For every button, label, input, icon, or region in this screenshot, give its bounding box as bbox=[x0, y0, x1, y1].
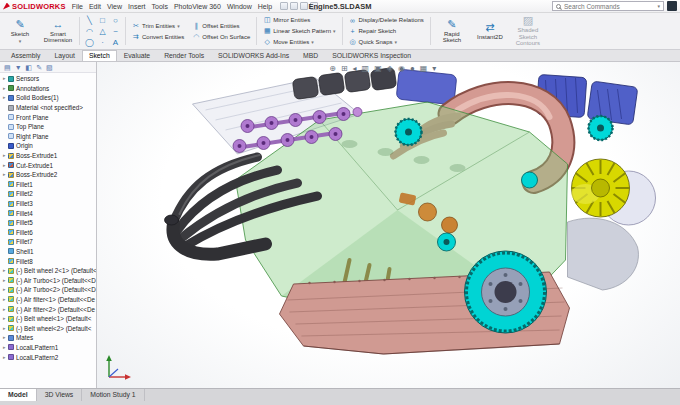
menu-item[interactable]: Help bbox=[255, 2, 275, 11]
sketch-button[interactable]: ✎ Sketch ▾ bbox=[2, 14, 38, 48]
tree-item[interactable]: Fillet4 bbox=[0, 208, 96, 218]
menu-item[interactable]: Window bbox=[224, 2, 255, 11]
cam-pulley-left[interactable] bbox=[396, 119, 422, 145]
rebuild-icon[interactable] bbox=[300, 2, 308, 10]
tree-item[interactable]: ▸ (-) Air filter<1> (Default<<De bbox=[0, 295, 96, 305]
water-pump-pulley[interactable] bbox=[522, 172, 538, 188]
menu-item[interactable]: View bbox=[104, 2, 125, 11]
tree-item[interactable]: Right Plane bbox=[0, 132, 96, 142]
rapid-sketch-button[interactable]: ✎ Rapid Sketch bbox=[434, 14, 470, 48]
hide-show-icon[interactable]: ◉ bbox=[398, 64, 405, 73]
move-entities-button[interactable]: ◇ Move Entities ▾ bbox=[260, 37, 338, 47]
ribbon-tab[interactable]: Sketch bbox=[82, 50, 117, 61]
tree-item[interactable]: ▸ Annotations bbox=[0, 84, 96, 94]
edit-appearance-icon[interactable]: ● bbox=[410, 64, 415, 73]
offset-entities-button[interactable]: ∥ Offset Entities bbox=[189, 21, 253, 31]
ribbon-tab[interactable]: Evaluate bbox=[117, 50, 157, 61]
open-icon[interactable] bbox=[280, 2, 288, 10]
smart-dimension-button[interactable]: ↔ Smart Dimension bbox=[40, 14, 76, 48]
supercharger-gear[interactable] bbox=[572, 159, 656, 225]
search-input[interactable] bbox=[564, 3, 654, 10]
arc-icon[interactable]: ◠ bbox=[83, 26, 96, 37]
configurations-tab-icon[interactable]: ◧ bbox=[26, 63, 33, 72]
view-settings-icon[interactable]: ▾ bbox=[432, 64, 436, 73]
dimxpert-tab-icon[interactable]: ✎ bbox=[36, 63, 42, 72]
apply-scene-icon[interactable]: ▦ bbox=[420, 64, 428, 73]
turbo-housing[interactable] bbox=[568, 218, 639, 290]
tree-item[interactable]: Fillet7 bbox=[0, 237, 96, 247]
tree-item[interactable]: ▸ (-) Air Turbo<1> (Default<<D bbox=[0, 275, 96, 285]
tree-item[interactable]: ▸ Solid Bodies(1) bbox=[0, 93, 96, 103]
tree-item[interactable]: ▸ (-) Belt wheel<2> (Default< bbox=[0, 323, 96, 333]
ribbon-tab[interactable]: Render Tools bbox=[157, 50, 211, 61]
line-icon[interactable]: ╲ bbox=[83, 15, 96, 26]
crank-pulley[interactable] bbox=[465, 251, 547, 333]
tree-item[interactable]: ▸ Cut-Extrude1 bbox=[0, 160, 96, 170]
repair-sketch-button[interactable]: + Repair Sketch bbox=[346, 26, 427, 36]
tree-item[interactable]: Top Plane bbox=[0, 122, 96, 132]
quick-snaps-button[interactable]: ◎ Quick Snaps ▾ bbox=[346, 37, 427, 47]
tree-item[interactable]: ▸ (-) Belt wheel 2<1> (Default< bbox=[0, 266, 96, 276]
propertymanager-tab-icon[interactable]: ▼ bbox=[15, 63, 22, 72]
document-tab[interactable]: Motion Study 1 bbox=[82, 389, 144, 401]
tree-item[interactable]: ▸ (-) Air Turbo<2> (Default<<D bbox=[0, 285, 96, 295]
ribbon-tab[interactable]: SOLIDWORKS Inspection bbox=[325, 50, 418, 61]
display-pane-icon[interactable]: ▧ bbox=[46, 63, 53, 72]
trim-entities-button[interactable]: ✂ Trim Entities ▾ bbox=[129, 21, 187, 31]
document-tab[interactable]: Model bbox=[0, 389, 37, 401]
rectangle-icon[interactable]: □ bbox=[96, 15, 109, 26]
instant2d-button[interactable]: ⇄ Instant2D bbox=[472, 14, 508, 48]
graphics-viewport[interactable]: ⊕⊞◂▥▣◈◉●▦▾ bbox=[97, 62, 680, 388]
menu-item[interactable]: File bbox=[69, 2, 86, 11]
section-view-icon[interactable]: ▥ bbox=[362, 64, 370, 73]
tree-item[interactable]: Fillet1 bbox=[0, 180, 96, 190]
convert-entities-button[interactable]: ⇉ Convert Entities bbox=[129, 32, 187, 42]
tree-item[interactable]: ▸ Boss-Extrude2 bbox=[0, 170, 96, 180]
ribbon-tab[interactable]: MBD bbox=[296, 50, 325, 61]
display-delete-relations-button[interactable]: ∞ Display/Delete Relations bbox=[346, 15, 427, 25]
text-icon[interactable]: A bbox=[109, 37, 122, 48]
tree-item[interactable]: Shell1 bbox=[0, 247, 96, 257]
tree-item[interactable]: ▸ Boss-Extrude1 bbox=[0, 151, 96, 161]
cam-pulley-right[interactable] bbox=[589, 116, 613, 140]
tree-item[interactable]: ▸ LocalLPattern2 bbox=[0, 352, 96, 362]
ribbon-tab[interactable]: Assembly bbox=[4, 50, 47, 61]
tree-item[interactable]: Fillet2 bbox=[0, 189, 96, 199]
menu-item[interactable]: Tools bbox=[149, 2, 171, 11]
circle-icon[interactable]: ○ bbox=[109, 15, 122, 26]
save-icon[interactable] bbox=[290, 2, 298, 10]
tree-item[interactable]: Fillet8 bbox=[0, 256, 96, 266]
ellipse-icon[interactable]: ◯ bbox=[83, 37, 96, 48]
zoom-fit-icon[interactable]: ⊕ bbox=[329, 64, 336, 73]
engine-assembly-model[interactable] bbox=[97, 62, 680, 388]
tree-item[interactable]: Material <not specified> bbox=[0, 103, 96, 113]
menu-item[interactable]: Insert bbox=[125, 2, 149, 11]
ribbon-tab[interactable]: Layout bbox=[47, 50, 81, 61]
tree-item[interactable]: Fillet5 bbox=[0, 218, 96, 228]
idler-pulley[interactable] bbox=[438, 233, 456, 251]
zoom-area-icon[interactable]: ⊞ bbox=[341, 64, 348, 73]
linear-sketch-pattern-button[interactable]: ▦ Linear Sketch Pattern ▾ bbox=[260, 26, 338, 36]
menu-item[interactable]: PhotoView 360 bbox=[171, 2, 224, 11]
mirror-entities-button[interactable]: ◫ Mirror Entities bbox=[260, 15, 338, 25]
previous-view-icon[interactable]: ◂ bbox=[353, 64, 357, 73]
view-orientation-icon[interactable]: ▣ bbox=[374, 64, 382, 73]
display-style-icon[interactable]: ◈ bbox=[387, 64, 393, 73]
search-dropdown-icon[interactable]: ▾ bbox=[657, 4, 660, 8]
offset-on-surface-button[interactable]: ◠ Offset On Surface bbox=[189, 32, 253, 42]
shaded-sketch-contours-button[interactable]: ▨ Shaded Sketch Contours bbox=[510, 14, 546, 48]
tree-item[interactable]: Origin bbox=[0, 141, 96, 151]
tree-item[interactable]: ▸ (-) Air filter<2> (Default<<De bbox=[0, 304, 96, 314]
polygon-icon[interactable]: △ bbox=[96, 26, 109, 37]
tree-item[interactable]: ▸ LocalLPattern1 bbox=[0, 343, 96, 353]
tree-item[interactable]: ▸ Sensors bbox=[0, 74, 96, 84]
tree-item[interactable]: ▸ Mates bbox=[0, 333, 96, 343]
menu-item[interactable]: Edit bbox=[86, 2, 104, 11]
document-tab[interactable]: 3D Views bbox=[37, 389, 83, 401]
tree-item[interactable]: Fillet6 bbox=[0, 228, 96, 238]
featuremanager-tab-icon[interactable]: ▤ bbox=[4, 63, 11, 72]
tree-item[interactable]: Front Plane bbox=[0, 112, 96, 122]
tree-item[interactable]: ▸ (-) Belt wheel<1> (Default< bbox=[0, 314, 96, 324]
tree-item[interactable]: Fillet3 bbox=[0, 199, 96, 209]
ribbon-tab[interactable]: SOLIDWORKS Add-Ins bbox=[211, 50, 296, 61]
